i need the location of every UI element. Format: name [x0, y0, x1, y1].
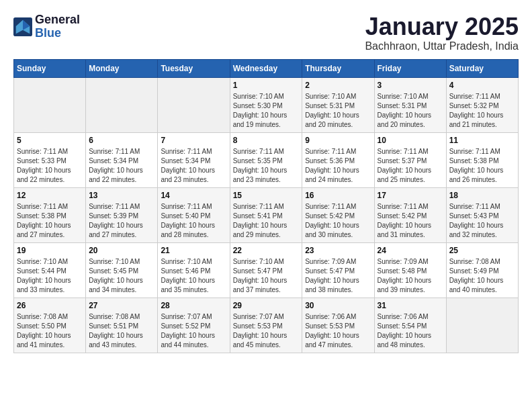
page-header: General Blue January 2025 Bachhraon, Utt…	[13, 13, 519, 52]
calendar-cell: 20Sunrise: 7:10 AM Sunset: 5:45 PM Dayli…	[86, 242, 158, 298]
calendar-week-row: 19Sunrise: 7:10 AM Sunset: 5:44 PM Dayli…	[14, 242, 519, 298]
calendar-cell: 2Sunrise: 7:10 AM Sunset: 5:31 PM Daylig…	[302, 77, 374, 132]
cell-date-number: 12	[17, 191, 83, 200]
cell-date-number: 26	[17, 301, 83, 310]
cell-daylight-info: Sunrise: 7:11 AM Sunset: 5:38 PM Dayligh…	[449, 147, 515, 185]
cell-daylight-info: Sunrise: 7:11 AM Sunset: 5:42 PM Dayligh…	[305, 202, 371, 240]
cell-daylight-info: Sunrise: 7:06 AM Sunset: 5:53 PM Dayligh…	[305, 312, 371, 350]
calendar-cell	[446, 298, 518, 353]
cell-date-number: 7	[161, 136, 226, 145]
title-block: January 2025 Bachhraon, Uttar Pradesh, I…	[365, 13, 519, 52]
cell-daylight-info: Sunrise: 7:11 AM Sunset: 5:39 PM Dayligh…	[89, 202, 154, 240]
calendar-cell: 8Sunrise: 7:11 AM Sunset: 5:35 PM Daylig…	[230, 132, 302, 187]
calendar-cell: 15Sunrise: 7:11 AM Sunset: 5:41 PM Dayli…	[230, 187, 302, 242]
logo: General Blue	[13, 13, 80, 40]
cell-date-number: 30	[305, 301, 371, 310]
calendar-subtitle: Bachhraon, Uttar Pradesh, India	[365, 40, 519, 52]
weekday-header-wednesday: Wednesday	[230, 59, 302, 77]
calendar-cell: 25Sunrise: 7:08 AM Sunset: 5:49 PM Dayli…	[446, 242, 518, 298]
cell-date-number: 25	[449, 246, 515, 255]
cell-daylight-info: Sunrise: 7:10 AM Sunset: 5:46 PM Dayligh…	[161, 257, 226, 295]
weekday-header-row: SundayMondayTuesdayWednesdayThursdayFrid…	[14, 59, 519, 77]
cell-date-number: 2	[305, 81, 371, 90]
cell-daylight-info: Sunrise: 7:07 AM Sunset: 5:52 PM Dayligh…	[161, 312, 226, 350]
calendar-cell: 7Sunrise: 7:11 AM Sunset: 5:34 PM Daylig…	[158, 132, 230, 187]
calendar-cell	[158, 77, 230, 132]
cell-daylight-info: Sunrise: 7:11 AM Sunset: 5:37 PM Dayligh…	[378, 147, 443, 185]
cell-date-number: 9	[305, 136, 371, 145]
weekday-header-saturday: Saturday	[446, 59, 518, 77]
calendar-cell: 21Sunrise: 7:10 AM Sunset: 5:46 PM Dayli…	[158, 242, 230, 298]
cell-date-number: 20	[89, 246, 154, 255]
calendar-cell	[86, 77, 158, 132]
cell-date-number: 5	[17, 136, 83, 145]
calendar-cell: 13Sunrise: 7:11 AM Sunset: 5:39 PM Dayli…	[86, 187, 158, 242]
calendar-cell: 29Sunrise: 7:07 AM Sunset: 5:53 PM Dayli…	[230, 298, 302, 353]
cell-daylight-info: Sunrise: 7:11 AM Sunset: 5:35 PM Dayligh…	[233, 147, 300, 185]
calendar-week-row: 12Sunrise: 7:11 AM Sunset: 5:38 PM Dayli…	[14, 187, 519, 242]
calendar-cell: 18Sunrise: 7:11 AM Sunset: 5:43 PM Dayli…	[446, 187, 518, 242]
cell-daylight-info: Sunrise: 7:07 AM Sunset: 5:53 PM Dayligh…	[233, 312, 300, 350]
cell-date-number: 13	[89, 191, 154, 200]
cell-date-number: 10	[378, 136, 443, 145]
weekday-header-sunday: Sunday	[14, 59, 86, 77]
cell-daylight-info: Sunrise: 7:11 AM Sunset: 5:36 PM Dayligh…	[305, 147, 371, 185]
cell-date-number: 27	[89, 301, 154, 310]
weekday-header-thursday: Thursday	[302, 59, 374, 77]
calendar-cell: 22Sunrise: 7:10 AM Sunset: 5:47 PM Dayli…	[230, 242, 302, 298]
cell-date-number: 15	[233, 191, 300, 200]
calendar-cell: 17Sunrise: 7:11 AM Sunset: 5:42 PM Dayli…	[374, 187, 446, 242]
calendar-cell: 30Sunrise: 7:06 AM Sunset: 5:53 PM Dayli…	[302, 298, 374, 353]
calendar-cell: 4Sunrise: 7:11 AM Sunset: 5:32 PM Daylig…	[446, 77, 518, 132]
cell-date-number: 6	[89, 136, 154, 145]
weekday-header-friday: Friday	[374, 59, 446, 77]
cell-date-number: 28	[161, 301, 226, 310]
cell-daylight-info: Sunrise: 7:11 AM Sunset: 5:41 PM Dayligh…	[233, 202, 300, 240]
calendar-cell: 26Sunrise: 7:08 AM Sunset: 5:50 PM Dayli…	[14, 298, 86, 353]
calendar-cell: 11Sunrise: 7:11 AM Sunset: 5:38 PM Dayli…	[446, 132, 518, 187]
calendar-cell: 6Sunrise: 7:11 AM Sunset: 5:34 PM Daylig…	[86, 132, 158, 187]
cell-date-number: 29	[233, 301, 300, 310]
cell-date-number: 14	[161, 191, 226, 200]
cell-date-number: 22	[233, 246, 300, 255]
cell-daylight-info: Sunrise: 7:11 AM Sunset: 5:32 PM Dayligh…	[449, 92, 515, 130]
cell-daylight-info: Sunrise: 7:11 AM Sunset: 5:42 PM Dayligh…	[378, 202, 443, 240]
calendar-cell: 31Sunrise: 7:06 AM Sunset: 5:54 PM Dayli…	[374, 298, 446, 353]
calendar-week-row: 26Sunrise: 7:08 AM Sunset: 5:50 PM Dayli…	[14, 298, 519, 353]
cell-daylight-info: Sunrise: 7:08 AM Sunset: 5:49 PM Dayligh…	[449, 257, 515, 295]
cell-daylight-info: Sunrise: 7:11 AM Sunset: 5:33 PM Dayligh…	[17, 147, 83, 185]
cell-daylight-info: Sunrise: 7:11 AM Sunset: 5:38 PM Dayligh…	[17, 202, 83, 240]
cell-daylight-info: Sunrise: 7:06 AM Sunset: 5:54 PM Dayligh…	[378, 312, 443, 350]
weekday-header-monday: Monday	[86, 59, 158, 77]
calendar-cell: 27Sunrise: 7:08 AM Sunset: 5:51 PM Dayli…	[86, 298, 158, 353]
cell-daylight-info: Sunrise: 7:10 AM Sunset: 5:31 PM Dayligh…	[305, 92, 371, 130]
calendar-table: SundayMondayTuesdayWednesdayThursdayFrid…	[13, 59, 519, 353]
logo-text: General Blue	[35, 13, 80, 40]
cell-daylight-info: Sunrise: 7:09 AM Sunset: 5:48 PM Dayligh…	[378, 257, 443, 295]
calendar-cell: 14Sunrise: 7:11 AM Sunset: 5:40 PM Dayli…	[158, 187, 230, 242]
calendar-cell: 3Sunrise: 7:10 AM Sunset: 5:31 PM Daylig…	[374, 77, 446, 132]
cell-date-number: 1	[233, 81, 300, 90]
cell-date-number: 8	[233, 136, 300, 145]
cell-daylight-info: Sunrise: 7:11 AM Sunset: 5:43 PM Dayligh…	[449, 202, 515, 240]
cell-date-number: 17	[378, 191, 443, 200]
cell-date-number: 4	[449, 81, 515, 90]
cell-daylight-info: Sunrise: 7:10 AM Sunset: 5:47 PM Dayligh…	[233, 257, 300, 295]
calendar-cell: 23Sunrise: 7:09 AM Sunset: 5:47 PM Dayli…	[302, 242, 374, 298]
cell-daylight-info: Sunrise: 7:11 AM Sunset: 5:34 PM Dayligh…	[89, 147, 154, 185]
calendar-cell: 9Sunrise: 7:11 AM Sunset: 5:36 PM Daylig…	[302, 132, 374, 187]
cell-daylight-info: Sunrise: 7:10 AM Sunset: 5:45 PM Dayligh…	[89, 257, 154, 295]
calendar-cell: 24Sunrise: 7:09 AM Sunset: 5:48 PM Dayli…	[374, 242, 446, 298]
calendar-cell	[14, 77, 86, 132]
cell-daylight-info: Sunrise: 7:08 AM Sunset: 5:50 PM Dayligh…	[17, 312, 83, 350]
cell-daylight-info: Sunrise: 7:10 AM Sunset: 5:31 PM Dayligh…	[378, 92, 443, 130]
calendar-cell: 12Sunrise: 7:11 AM Sunset: 5:38 PM Dayli…	[14, 187, 86, 242]
calendar-week-row: 5Sunrise: 7:11 AM Sunset: 5:33 PM Daylig…	[14, 132, 519, 187]
cell-date-number: 19	[17, 246, 83, 255]
cell-daylight-info: Sunrise: 7:08 AM Sunset: 5:51 PM Dayligh…	[89, 312, 154, 350]
cell-daylight-info: Sunrise: 7:11 AM Sunset: 5:40 PM Dayligh…	[161, 202, 226, 240]
cell-date-number: 21	[161, 246, 226, 255]
cell-date-number: 31	[378, 301, 443, 310]
cell-daylight-info: Sunrise: 7:10 AM Sunset: 5:44 PM Dayligh…	[17, 257, 83, 295]
weekday-header-tuesday: Tuesday	[158, 59, 230, 77]
